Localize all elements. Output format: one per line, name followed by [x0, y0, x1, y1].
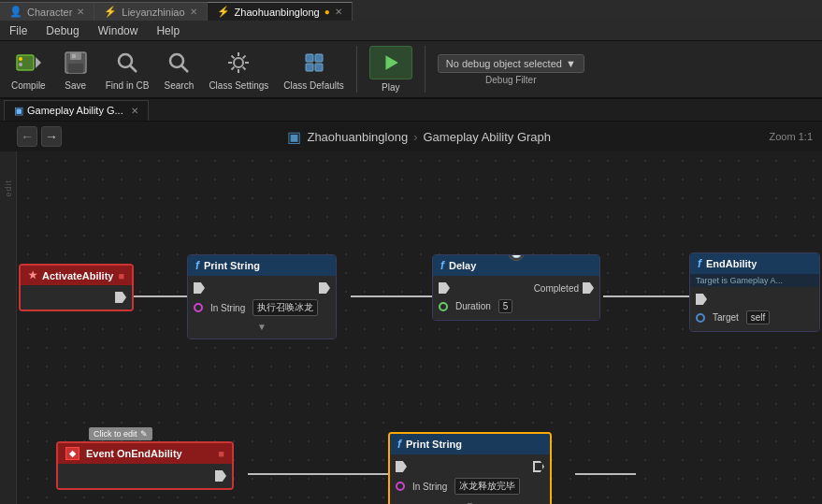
svg-point-2	[19, 57, 22, 61]
svg-rect-0	[17, 55, 34, 70]
activate-ability-title: ActivateAbility	[42, 270, 113, 281]
menu-debug[interactable]: Debug	[36, 21, 88, 40]
activate-ability-exec-pin	[21, 289, 132, 306]
delay-duration-label: Duration	[455, 301, 491, 311]
menu-file[interactable]: File	[0, 21, 36, 40]
event-on-end-ability-node[interactable]: ◆ Event OnEndAbility ■	[56, 441, 234, 490]
tab-character-close[interactable]: ✕	[77, 7, 84, 17]
click-to-edit-text: Click to edit	[94, 429, 137, 439]
nav-arrows: ← →	[9, 122, 69, 151]
delay-duration-row: Duration 5	[433, 296, 599, 316]
graph-header: ← → ▣ Zhaohuanbinglong › Gameplay Abilit…	[0, 122, 822, 151]
graph-tab-close[interactable]: ✕	[131, 106, 138, 116]
end-ability-fn-icon: f	[698, 257, 701, 270]
breadcrumb-part2: Gameplay Ability Graph	[424, 130, 552, 144]
end-ability-target-value: self	[746, 310, 771, 324]
toolbar: Compile Save Find in CB Search	[0, 41, 822, 99]
debug-dropdown-text: No debug object selected	[446, 58, 562, 69]
search-label: Search	[165, 80, 195, 91]
end-ability-body: Target self	[690, 287, 819, 331]
event-on-end-ability-output-pin: ■	[218, 448, 224, 459]
print-string-2-exec-row	[390, 458, 550, 475]
end-ability-target-pin	[696, 313, 705, 323]
toolbar-divider-2	[425, 46, 425, 93]
print-string-2-expand-icon[interactable]: ▼	[466, 500, 475, 504]
class-settings-button[interactable]: Class Settings	[203, 45, 274, 94]
class-settings-icon	[224, 48, 253, 78]
delay-completed-area: Completed	[534, 282, 594, 294]
svg-rect-14	[315, 54, 323, 62]
delay-node[interactable]: 🕐 f Delay Completed Duration 5	[432, 254, 600, 321]
svg-point-12	[234, 58, 243, 67]
end-ability-target-label: Target	[713, 312, 739, 323]
delay-duration-pin	[439, 302, 448, 311]
svg-rect-16	[315, 64, 323, 71]
print-string-2-out-exec	[533, 461, 544, 472]
search-button[interactable]: Search	[158, 45, 199, 94]
end-ability-target-row: Target self	[690, 308, 819, 327]
tab-lieyanzhiniao-close[interactable]: ✕	[190, 7, 197, 17]
play-label: Play	[382, 82, 399, 93]
svg-point-8	[119, 54, 132, 67]
print-string-1-expand-row: ▼	[188, 319, 336, 335]
tab-zhaohuanbinglong[interactable]: ⚡ Zhaohuanbinglong ● ✕	[208, 2, 353, 21]
svg-line-9	[130, 65, 137, 72]
activate-ability-body	[21, 285, 132, 310]
print-string-1-instring-value: 执行召唤冰龙	[252, 299, 318, 316]
end-ability-header: f EndAbility	[690, 253, 819, 274]
find-in-cb-button[interactable]: Find in CB	[100, 45, 155, 94]
tab-lieyanzhiniao-icon: ⚡	[104, 6, 117, 18]
svg-marker-1	[36, 57, 41, 68]
nav-forward-button[interactable]: →	[41, 126, 62, 147]
click-to-edit-icon: ✎	[140, 429, 148, 439]
event-on-end-out-exec	[215, 470, 226, 482]
print-string-2-instring-row: In String 冰龙释放完毕	[390, 475, 550, 497]
class-defaults-button[interactable]: Class Defaults	[278, 45, 349, 94]
left-sidebar: edit	[0, 151, 17, 504]
graph-canvas[interactable]: edit ★ ActivateAbility ■ f Print String	[0, 151, 822, 504]
tab-character-icon: 👤	[9, 6, 22, 18]
activate-ability-out-exec	[115, 292, 126, 303]
print-string-1-node[interactable]: f Print String In String 执行召唤冰龙 ▼	[187, 254, 337, 339]
graph-tab-gameplay-ability[interactable]: ▣ Gameplay Ability G... ✕	[4, 100, 149, 121]
menu-help[interactable]: Help	[147, 21, 189, 40]
play-button[interactable]: Play	[364, 43, 418, 95]
svg-rect-6	[68, 64, 83, 73]
end-ability-title: EndAbility	[706, 258, 757, 269]
print-string-2-body: In String 冰龙释放完毕 ▼	[390, 454, 550, 504]
end-ability-exec-row	[690, 291, 819, 308]
print-string-2-title: Print String	[406, 439, 462, 450]
print-string-1-instring-row: In String 执行召唤冰龙	[188, 296, 336, 319]
activate-ability-node[interactable]: ★ ActivateAbility ■	[19, 264, 134, 311]
end-ability-subtitle: Target is Gameplay A...	[690, 274, 819, 287]
delay-duration-value: 5	[498, 299, 513, 313]
tab-zhaohuanbinglong-label: Zhaohuanbinglong	[235, 7, 320, 18]
print-string-1-header: f Print String	[188, 255, 336, 276]
tab-character[interactable]: 👤 Character ✕	[0, 2, 94, 21]
menu-window[interactable]: Window	[89, 21, 148, 40]
print-string-1-exec-row	[188, 280, 336, 296]
find-icon	[112, 48, 142, 78]
print-string-2-fn-icon: f	[397, 438, 401, 451]
delay-completed-label: Completed	[534, 283, 579, 294]
nav-back-button[interactable]: ←	[17, 126, 37, 147]
find-label: Find in CB	[106, 80, 150, 91]
toolbar-divider	[356, 46, 357, 93]
svg-rect-15	[306, 64, 313, 71]
tab-zhaohuanbinglong-close[interactable]: ✕	[335, 7, 342, 17]
svg-line-11	[181, 65, 188, 72]
print-string-1-expand-icon[interactable]: ▼	[257, 322, 267, 332]
print-string-2-node[interactable]: f Print String In String 冰龙释放完毕 ▼	[388, 432, 552, 504]
tab-lieyanzhiniao[interactable]: ⚡ Lieyanzhiniao ✕	[94, 2, 207, 21]
tab-character-label: Character	[27, 7, 72, 18]
class-defaults-icon	[299, 48, 329, 78]
save-button[interactable]: Save	[55, 45, 96, 94]
debug-dropdown[interactable]: No debug object selected ▼	[438, 54, 584, 73]
end-ability-node[interactable]: f EndAbility Target is Gameplay A... Tar…	[689, 252, 820, 332]
activate-ability-header: ★ ActivateAbility ■	[21, 266, 132, 285]
delay-fn-icon: f	[440, 259, 444, 272]
class-defaults-label: Class Defaults	[283, 80, 343, 91]
breadcrumb-separator: ›	[413, 130, 417, 144]
compile-button[interactable]: Compile	[6, 45, 51, 94]
event-on-end-ability-header: ◆ Event OnEndAbility ■	[58, 443, 232, 464]
